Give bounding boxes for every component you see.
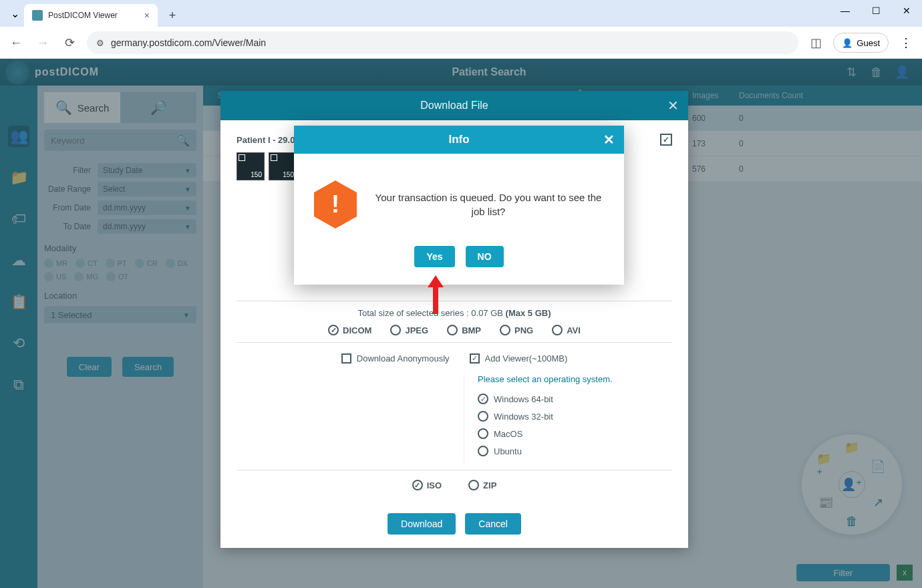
os-win64[interactable]: Windows 64-bit	[478, 394, 672, 404]
download-modal-title: Download File	[420, 100, 488, 112]
os-section-title: Please select an operating system.	[478, 374, 672, 384]
guest-label: Guest	[857, 38, 880, 48]
yes-button[interactable]: Yes	[414, 246, 454, 267]
options-row: Download Anonymously Add Viewer(~100MB)	[237, 353, 672, 363]
info-modal-body: ! Your transaction is queued. Do you wan…	[294, 154, 624, 246]
size-info: Total size of selected series : 0.07 GB …	[237, 308, 672, 318]
maximize-button[interactable]: ☐	[861, 0, 891, 21]
close-window-button[interactable]: ✕	[891, 0, 922, 21]
side-panel-icon[interactable]: ◫	[806, 33, 825, 52]
warning-hexagon-icon: !	[314, 180, 357, 229]
favicon-icon	[32, 10, 43, 21]
url-text: germany.postdicom.com/Viewer/Main	[111, 37, 266, 48]
info-modal-header: Info ✕	[294, 126, 624, 154]
format-bmp[interactable]: BMP	[447, 325, 481, 335]
browser-chrome: ⌄ PostDICOM Viewer × + — ☐ ✕ ← → ⟳ ⚙ ger…	[0, 0, 922, 59]
window-controls: — ☐ ✕	[830, 0, 922, 21]
browser-tab[interactable]: PostDICOM Viewer ×	[24, 4, 158, 27]
minimize-button[interactable]: —	[830, 0, 861, 21]
tab-title: PostDICOM Viewer	[48, 11, 139, 20]
no-button[interactable]: NO	[466, 246, 504, 267]
close-icon[interactable]: ×	[144, 10, 150, 21]
archive-zip[interactable]: ZIP	[468, 480, 496, 490]
os-win32[interactable]: Windows 32-bit	[478, 411, 672, 422]
download-modal-footer: Download Cancel	[220, 513, 688, 548]
info-modal-title: Info	[448, 133, 469, 146]
info-modal-close-icon[interactable]: ✕	[603, 132, 615, 148]
format-row: DICOM JPEG BMP PNG AVI	[237, 325, 672, 335]
info-modal-footer: Yes NO	[294, 246, 624, 285]
guest-profile-button[interactable]: 👤 Guest	[833, 33, 889, 53]
tab-list-dropdown[interactable]: ⌄	[5, 4, 24, 23]
series-thumbnail[interactable]: 150	[269, 152, 297, 180]
format-jpeg[interactable]: JPEG	[390, 325, 428, 335]
download-button[interactable]: Download	[388, 513, 456, 535]
download-anonymously-checkbox[interactable]: Download Anonymously	[341, 353, 450, 363]
browser-menu-button[interactable]: ⋮	[897, 33, 915, 52]
archive-row: ISO ZIP	[237, 480, 672, 490]
site-settings-icon[interactable]: ⚙	[96, 38, 104, 48]
format-dicom[interactable]: DICOM	[328, 325, 371, 335]
os-macos[interactable]: MacOS	[478, 428, 672, 439]
select-all-checkbox[interactable]: ✓	[660, 134, 672, 146]
forward-button[interactable]: →	[33, 33, 52, 52]
os-ubuntu[interactable]: Ubuntu	[478, 446, 672, 456]
tab-bar: ⌄ PostDICOM Viewer × + — ☐ ✕	[0, 0, 922, 27]
cancel-button[interactable]: Cancel	[465, 513, 521, 535]
series-thumbnail[interactable]: 150	[237, 152, 265, 180]
info-modal-message: Your transaction is queued. Do you want …	[373, 190, 604, 218]
address-bar: ← → ⟳ ⚙ germany.postdicom.com/Viewer/Mai…	[0, 27, 922, 59]
format-png[interactable]: PNG	[500, 325, 533, 335]
info-modal: Info ✕ ! Your transaction is queued. Do …	[294, 126, 624, 285]
patient-header: Patient I - 29.0	[237, 135, 295, 145]
person-icon: 👤	[842, 38, 853, 48]
download-modal-header: Download File ✕	[220, 91, 688, 120]
add-viewer-checkbox[interactable]: Add Viewer(~100MB)	[470, 353, 568, 363]
reload-button[interactable]: ⟳	[60, 33, 79, 52]
app-root: postDICOM Patient Search ⇅ 🗑 👤 👥 📁 🏷 ☁ 📋…	[0, 59, 922, 588]
os-section: Please select an operating system. Windo…	[237, 374, 672, 463]
back-button[interactable]: ←	[7, 33, 25, 52]
format-avi[interactable]: AVI	[552, 325, 581, 335]
new-tab-button[interactable]: +	[163, 6, 182, 25]
archive-iso[interactable]: ISO	[412, 480, 442, 490]
url-box[interactable]: ⚙ germany.postdicom.com/Viewer/Main	[87, 31, 798, 54]
download-modal-close-icon[interactable]: ✕	[667, 98, 679, 114]
